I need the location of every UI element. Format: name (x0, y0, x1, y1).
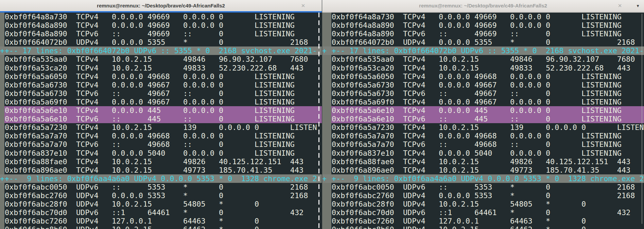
terminal-row: 0xbf0f6abc2760 UDPv4 0.0.0.0 5353 * 0 21… (0, 191, 322, 200)
fold-row[interactable]: ++-- 9 lines: 0xbf0f6aa4a6a0 UDPv4 0.0.0… (322, 174, 644, 183)
row-text: +-- 9 lines: 0xbf0f6aa4a6a0 UDPv4 0.0.0.… (4, 174, 322, 183)
row-text: 0xbf0f6abc8b60 UDPv4 10.0.2.15 64462 * 0 (4, 225, 322, 229)
row-text: 0xbf0f6abc28f0 UDPv4 10.0.2.15 54805 * 0 (4, 200, 322, 208)
terminal-row: 0xbf0f664072b0 UDPv4 0.0.0.0 5355 * 0 21… (0, 38, 322, 46)
terminal-row: 0xbf0f64a8a730 TCPv4 0.0.0.0 49669 0.0.0… (322, 13, 644, 21)
fold-column[interactable]: + (0, 174, 4, 183)
dashed-window-divider (318, 13, 319, 229)
window-title: remnux@remnux: ~/Desktop/brave/c49-Afric… (419, 3, 547, 8)
row-text: 0xbf0f6a5a7a70 TCPv4 0.0.0.0 49668 0.0.0… (331, 132, 644, 140)
close-icon[interactable]: ✕ (615, 0, 625, 11)
fold-column (0, 13, 4, 21)
titlebar[interactable]: remnux@remnux: ~/Desktop/brave/c49-Afric… (322, 0, 644, 12)
terminal-row: 0xbf0f6abc70d0 UDPv6 ::1 64461 * 0 432 (322, 208, 644, 217)
fold-column (322, 123, 331, 132)
fold-column (322, 225, 331, 229)
fold-column (322, 30, 331, 38)
row-text: 0xbf0f64a8a890 TCPv4 0.0.0.0 49669 0.0.0… (331, 21, 644, 30)
fold-column (0, 166, 4, 174)
row-text: 0xbf0f6abc0050 UDPv6 :: 5353 * 0 2168 (4, 183, 322, 191)
terminal-row: 0xbf0f6a5a69f0 TCPv4 0.0.0.0 49667 0.0.0… (322, 98, 644, 106)
row-text: 0xbf0f64a8a890 TCPv6 :: 49669 :: 0 LISTE… (4, 30, 322, 38)
fold-column (322, 157, 331, 166)
terminal-row: 0xbf0f64a8a890 TCPv4 0.0.0.0 49669 0.0.0… (322, 21, 644, 30)
scrollbar[interactable] (642, 14, 642, 224)
fold-column (0, 30, 4, 38)
fold-column (0, 55, 4, 63)
terminal-row: 0xbf0f64a8a890 TCPv6 :: 49669 :: 0 LISTE… (0, 30, 322, 38)
fold-column (322, 72, 331, 81)
fold-column (322, 21, 331, 30)
fold-column (0, 140, 4, 149)
terminal-row: 0xbf0f6abc7260 UDPv4 127.0.0.1 64463 * 0 (322, 217, 644, 225)
fold-column (322, 166, 331, 174)
chevron-down-icon[interactable]: ▾ (634, 0, 641, 11)
row-text: 0xbf0f6a53ca20 TCPv4 10.0.2.15 49833 52.… (4, 64, 322, 72)
terminal-row: 0xbf0f6a5a7230 TCPv4 10.0.2.15 139 0.0.0… (0, 123, 322, 132)
row-text: 0xbf0f6abc70d0 UDPv6 ::1 64461 * 0 432 (331, 208, 644, 217)
terminal-row: 0xbf0f664072b0 UDPv4 0.0.0.0 5355 * 0 21… (322, 38, 644, 46)
terminal-row: 0xbf0f6a5a6730 TCPv4 0.0.0.0 49667 0.0.0… (322, 81, 644, 89)
row-text: +-- 17 lines: 0xbf0f664072b0 UDPv6 :: 53… (331, 46, 644, 55)
row-text: 0xbf0f6a53ca20 TCPv4 10.0.2.15 49833 52.… (331, 64, 644, 72)
row-text: 0xbf0f6a5a7a70 TCPv4 0.0.0.0 49668 0.0.0… (4, 132, 322, 140)
terminal-screen[interactable]: 0xbf0f64a8a730 TCPv4 0.0.0.0 49669 0.0.0… (0, 13, 322, 229)
fold-column (0, 115, 4, 123)
terminal-row: 0xbf0f64a8a890 TCPv6 :: 49669 :: 0 LISTE… (322, 30, 644, 38)
fold-column (0, 98, 4, 106)
row-text: 0xbf0f6abc2760 UDPv4 0.0.0.0 5353 * 0 21… (331, 191, 644, 200)
row-text: 0xbf0f6abc8b60 UDPv4 10.0.2.15 64462 * 0 (331, 225, 644, 229)
row-text: 0xbf0f6a535aa0 TCPv4 10.0.2.15 49846 96.… (331, 55, 644, 63)
fold-column[interactable]: + (0, 46, 4, 55)
row-text: 0xbf0f6abc28f0 UDPv4 10.0.2.15 54805 * 0 (331, 200, 644, 208)
terminal-row: 0xbf0f6a535aa0 TCPv4 10.0.2.15 49846 96.… (322, 55, 644, 63)
highlighted-row: 0xbf0f6a5a6e10 TCPv4 0.0.0.0 445 0.0.0.0… (322, 106, 644, 115)
terminal-window-left: remnux@remnux: ~/Desktop/brave/c49-Afric… (0, 0, 322, 229)
row-text: 0xbf0f6a5a7a70 TCPv6 :: 49668 :: 0 LISTE… (331, 140, 644, 149)
fold-column (322, 115, 331, 123)
close-icon[interactable]: ✕ (298, 0, 308, 11)
row-text: 0xbf0f6a88fae0 TCPv4 10.0.2.15 49826 40.… (4, 157, 322, 166)
terminal-row: 0xbf0f6abc8b60 UDPv4 10.0.2.15 64462 * 0 (0, 225, 322, 229)
row-text: 0xbf0f64a8a730 TCPv4 0.0.0.0 49669 0.0.0… (331, 13, 644, 21)
fold-column (0, 81, 4, 89)
fold-row[interactable]: ++-- 9 lines: 0xbf0f6aa4a6a0 UDPv4 0.0.0… (0, 174, 322, 183)
terminal-row: 0xbf0f6a53ca20 TCPv4 10.0.2.15 49833 52.… (0, 64, 322, 72)
terminal-row: 0xbf0f6abc7260 UDPv4 127.0.0.1 64463 * 0 (0, 217, 322, 225)
terminal-row: 0xbf0f6a5a6050 TCPv4 0.0.0.0 49668 0.0.0… (0, 72, 322, 81)
fold-column (0, 225, 4, 229)
terminal-row: 0xbf0f6a5a69f0 TCPv4 0.0.0.0 49667 0.0.0… (0, 98, 322, 106)
fold-column (322, 13, 331, 21)
fold-row[interactable]: ++-- 17 lines: 0xbf0f664072b0 UDPv6 :: 5… (0, 46, 322, 55)
fold-column (0, 38, 4, 46)
terminal-row: 0xbf0f6a5a7a70 TCPv6 :: 49668 :: 0 LISTE… (0, 140, 322, 149)
row-text: 0xbf0f6a5a6e10 TCPv6 :: 445 :: 0 LISTENI… (331, 115, 644, 123)
terminal-row: 0xbf0f64a8a730 TCPv4 0.0.0.0 49669 0.0.0… (0, 13, 322, 21)
titlebar[interactable]: remnux@remnux: ~/Desktop/brave/c49-Afric… (0, 0, 322, 12)
row-text: 0xbf0f64a8a730 TCPv4 0.0.0.0 49669 0.0.0… (4, 13, 322, 21)
terminal-row: 0xbf0f6a896ae0 TCPv4 10.0.2.15 49773 185… (322, 166, 644, 174)
row-text: 0xbf0f64a8a890 TCPv4 0.0.0.0 49669 0.0.0… (4, 21, 322, 30)
terminal-row: 0xbf0f6a88fae0 TCPv4 10.0.2.15 49826 40.… (0, 157, 322, 166)
fold-row[interactable]: ++-- 17 lines: 0xbf0f664072b0 UDPv6 :: 5… (322, 46, 644, 55)
terminal-row: 0xbf0f6abc28f0 UDPv4 10.0.2.15 54805 * 0 (322, 200, 644, 208)
fold-column (0, 89, 4, 98)
row-text: 0xbf0f6a5a6730 TCPv6 :: 49667 :: 0 LISTE… (331, 89, 644, 98)
terminal-screen[interactable]: 0xbf0f64a8a730 TCPv4 0.0.0.0 49669 0.0.0… (322, 13, 644, 229)
terminal-row: 0xbf0f6a5a7a70 TCPv4 0.0.0.0 49668 0.0.0… (0, 132, 322, 140)
terminal-row: 0xbf0f6a5a7a70 TCPv4 0.0.0.0 49668 0.0.0… (322, 132, 644, 140)
fold-column[interactable]: + (322, 46, 331, 55)
fold-column (0, 200, 4, 208)
fold-column (322, 183, 331, 191)
fold-column (0, 217, 4, 225)
fold-column[interactable]: + (322, 174, 331, 183)
terminal-row: 0xbf0f6a53ca20 TCPv4 10.0.2.15 49833 52.… (322, 64, 644, 72)
row-text: 0xbf0f6a5a6e10 TCPv4 0.0.0.0 445 0.0.0.0… (331, 106, 644, 115)
row-text: 0xbf0f664072b0 UDPv4 0.0.0.0 5355 * 0 21… (4, 38, 322, 46)
fold-column (0, 132, 4, 140)
row-text: 0xbf0f6a5a6e10 TCPv4 0.0.0.0 445 0.0.0.0… (4, 106, 322, 115)
fold-column (322, 191, 331, 200)
fold-column (0, 64, 4, 72)
row-text: 0xbf0f664072b0 UDPv4 0.0.0.0 5355 * 0 21… (331, 38, 644, 46)
terminal-row: 0xbf0f6abc70d0 UDPv6 ::1 64461 * 0 432 (0, 208, 322, 217)
